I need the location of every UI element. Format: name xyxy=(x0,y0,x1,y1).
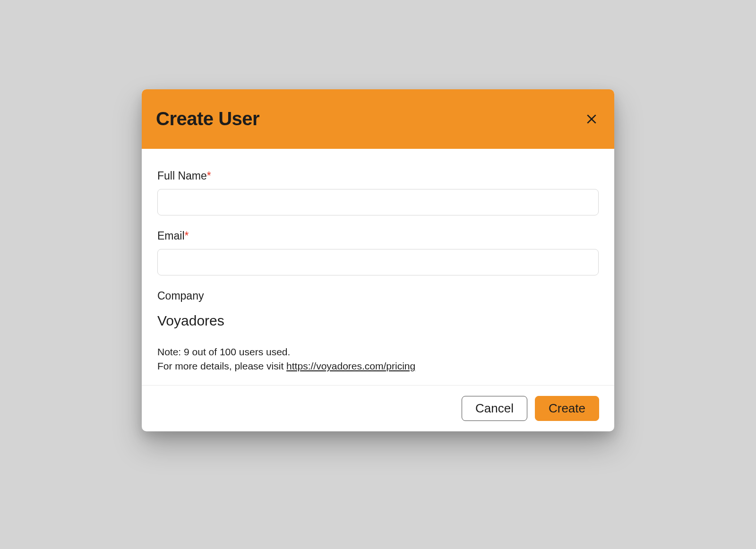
modal-body: Full Name* Email* Company Voyadores Note… xyxy=(142,149,614,385)
create-button[interactable]: Create xyxy=(535,396,599,421)
company-field: Company Voyadores xyxy=(157,290,599,329)
full-name-label: Full Name* xyxy=(157,170,599,182)
usage-note: Note: 9 out of 100 users used. For more … xyxy=(157,345,599,374)
cancel-button[interactable]: Cancel xyxy=(462,396,527,421)
usage-note-line1: Note: 9 out of 100 users used. xyxy=(157,345,599,359)
required-asterisk: * xyxy=(207,170,211,182)
email-input[interactable] xyxy=(157,249,599,275)
modal-footer: Cancel Create xyxy=(142,385,614,431)
usage-note-line2: For more details, please visit https://v… xyxy=(157,359,599,373)
usage-note-prefix: For more details, please visit xyxy=(157,360,286,371)
full-name-field: Full Name* xyxy=(157,170,599,215)
required-asterisk: * xyxy=(185,230,189,242)
email-field: Email* xyxy=(157,230,599,275)
modal-title: Create User xyxy=(156,108,259,129)
close-icon[interactable] xyxy=(583,111,600,128)
email-label-text: Email xyxy=(157,230,185,242)
create-user-modal: Create User Full Name* Email* Company Vo… xyxy=(142,89,614,431)
company-value: Voyadores xyxy=(157,313,599,329)
pricing-link[interactable]: https://voyadores.com/pricing xyxy=(286,360,415,371)
company-label: Company xyxy=(157,290,599,302)
modal-header: Create User xyxy=(142,89,614,149)
full-name-input[interactable] xyxy=(157,189,599,215)
email-label: Email* xyxy=(157,230,599,242)
full-name-label-text: Full Name xyxy=(157,170,207,182)
